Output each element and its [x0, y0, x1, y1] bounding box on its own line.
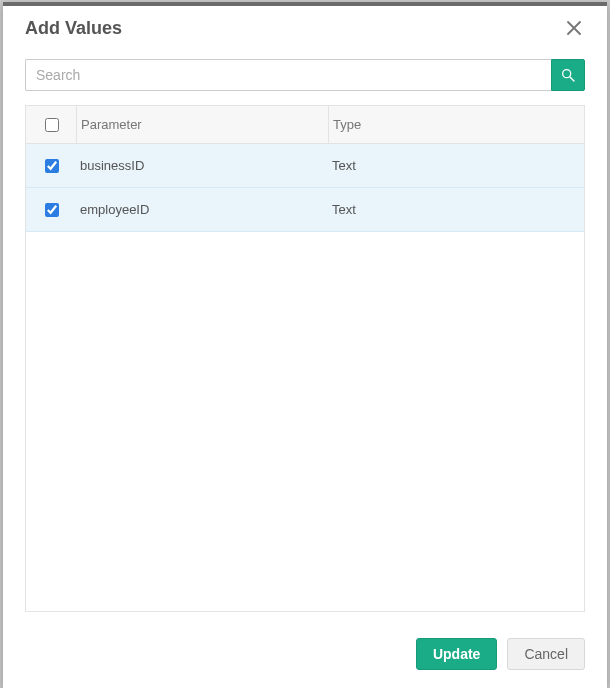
header-checkbox-cell	[26, 115, 76, 135]
table-row[interactable]: businessID Text	[26, 144, 584, 188]
table-row[interactable]: employeeID Text	[26, 188, 584, 232]
modal-footer: Update Cancel	[3, 630, 607, 688]
close-button[interactable]	[563, 17, 585, 39]
update-button-label: Update	[433, 646, 480, 662]
table-header: Parameter Type	[26, 106, 584, 144]
row-parameter: employeeID	[76, 202, 328, 217]
modal-body: Parameter Type businessID Text	[3, 59, 607, 630]
svg-line-1	[570, 77, 574, 81]
table-body: businessID Text employeeID Text	[26, 144, 584, 611]
header-type[interactable]: Type	[328, 106, 584, 143]
modal-header: Add Values	[3, 3, 607, 59]
row-checkbox[interactable]	[45, 159, 59, 173]
close-icon	[565, 19, 583, 37]
cancel-button-label: Cancel	[524, 646, 568, 662]
row-checkbox-cell	[26, 200, 76, 220]
row-checkbox[interactable]	[45, 203, 59, 217]
select-all-checkbox[interactable]	[45, 118, 59, 132]
search-icon	[560, 67, 576, 83]
add-values-modal: Add Values	[3, 3, 607, 688]
row-checkbox-cell	[26, 156, 76, 176]
cancel-button[interactable]: Cancel	[507, 638, 585, 670]
header-parameter[interactable]: Parameter	[76, 106, 328, 143]
svg-point-0	[563, 70, 571, 78]
modal-top-edge	[3, 2, 607, 6]
parameters-table: Parameter Type businessID Text	[25, 105, 585, 612]
header-parameter-label: Parameter	[81, 117, 142, 132]
update-button[interactable]: Update	[416, 638, 497, 670]
table-body-scroll[interactable]: businessID Text employeeID Text	[26, 144, 584, 611]
modal-backdrop: Add Values	[0, 0, 610, 688]
search-button[interactable]	[551, 59, 585, 91]
header-type-label: Type	[333, 117, 361, 132]
row-type: Text	[328, 158, 584, 173]
row-parameter: businessID	[76, 158, 328, 173]
modal-title: Add Values	[25, 18, 122, 39]
search-row	[25, 59, 585, 91]
row-type: Text	[328, 202, 584, 217]
search-input[interactable]	[25, 59, 551, 91]
